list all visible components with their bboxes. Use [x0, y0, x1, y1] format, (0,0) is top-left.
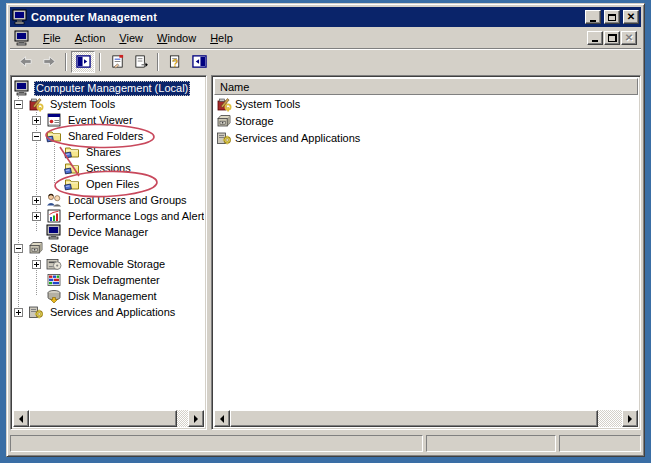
tree-item-label: Event Viewer: [66, 113, 135, 128]
menu-file[interactable]: File: [36, 29, 68, 47]
storage-icon: [28, 240, 44, 256]
minimize-button[interactable]: [585, 10, 601, 24]
tree-item-sessions[interactable]: Sessions: [13, 160, 204, 176]
event-viewer-icon: [46, 112, 62, 128]
close-icon: ✕: [625, 33, 633, 43]
scroll-left-button[interactable]: [13, 410, 29, 427]
collapse-minus-icon[interactable]: [14, 100, 23, 109]
tree-item-computer-management[interactable]: Computer Management (Local): [13, 80, 204, 96]
tree-item-disk-management[interactable]: Disk Management: [13, 288, 204, 304]
export-list-button[interactable]: [129, 51, 153, 73]
tree-item-system-tools[interactable]: System Tools: [13, 96, 204, 112]
tree-item-label: Performance Logs and Alerts: [66, 209, 204, 224]
forward-button[interactable]: [37, 51, 61, 73]
tree-item-local-users-and-groups[interactable]: Local Users and Groups: [13, 192, 204, 208]
expand-plus-icon[interactable]: [32, 196, 41, 205]
restore-icon: [608, 34, 617, 42]
tree-item-shared-folders[interactable]: Shared Folders: [13, 128, 204, 144]
tree-item-storage[interactable]: Storage: [13, 240, 204, 256]
title-bar[interactable]: Computer Management ✕: [10, 7, 641, 27]
tree-horizontal-scrollbar[interactable]: [13, 410, 204, 427]
tree-item-removable-storage[interactable]: Removable Storage: [13, 256, 204, 272]
main-area: Computer Management (Local) System Tools…: [10, 75, 641, 430]
menu-view[interactable]: View: [112, 29, 150, 47]
console-tree-body: Computer Management (Local) System Tools…: [13, 78, 204, 409]
child-restore-button[interactable]: [604, 31, 620, 45]
back-arrow-icon: [18, 54, 33, 69]
tree-item-label: Computer Management (Local): [34, 81, 190, 96]
details-body: Name System Tools Storage Services and A…: [214, 78, 638, 409]
folder-icon: [64, 144, 80, 160]
right-arrow-icon: [628, 415, 636, 423]
child-minimize-button[interactable]: [587, 31, 603, 45]
maximize-icon: [608, 14, 616, 21]
tree-item-label: Shared Folders: [66, 129, 145, 144]
expand-plus-icon[interactable]: [14, 308, 23, 317]
column-header-label: Name: [220, 81, 249, 93]
expand-plus-icon[interactable]: [32, 116, 41, 125]
list-item-services-and-applications[interactable]: Services and Applications: [214, 129, 638, 146]
minimize-icon: [592, 40, 598, 42]
column-header-name[interactable]: Name: [214, 78, 638, 95]
export-list-icon: [134, 54, 149, 69]
tree-item-label: Open Files: [84, 177, 141, 192]
tree-item-event-viewer[interactable]: Event Viewer: [13, 112, 204, 128]
disk-management-icon: [46, 288, 62, 304]
tree-item-device-manager[interactable]: Device Manager: [13, 224, 204, 240]
toolbar-separator: [99, 53, 101, 71]
scrollbar-thumb[interactable]: [29, 410, 177, 427]
device-manager-icon: [46, 224, 62, 240]
left-arrow-icon: [15, 415, 23, 423]
tree-item-label: Local Users and Groups: [66, 193, 189, 208]
desktop: { "colors": { "desktop": "#3a6ea5", "tit…: [0, 0, 651, 463]
show-console-tree-button[interactable]: [71, 51, 95, 73]
console-window-icon: [14, 30, 30, 46]
tree-item-label: System Tools: [48, 97, 117, 112]
back-button[interactable]: [13, 51, 37, 73]
list-item-system-tools[interactable]: System Tools: [214, 95, 638, 112]
collapse-minus-icon[interactable]: [32, 132, 41, 141]
child-close-button[interactable]: ✕: [621, 31, 637, 45]
computer-icon: [14, 80, 30, 96]
scrollbar-track[interactable]: [29, 410, 188, 427]
expand-plus-icon[interactable]: [32, 212, 41, 221]
collapse-minus-icon[interactable]: [14, 244, 23, 253]
details-horizontal-scrollbar[interactable]: [214, 410, 638, 427]
scroll-right-button[interactable]: [622, 410, 638, 427]
scrollbar-track[interactable]: [230, 410, 622, 427]
menu-window[interactable]: Window: [150, 29, 203, 47]
services-icon: [28, 304, 44, 320]
defragmenter-icon: [46, 272, 62, 288]
computer-icon: [12, 9, 28, 25]
tree-item-performance-logs[interactable]: Performance Logs and Alerts: [13, 208, 204, 224]
scrollbar-thumb[interactable]: [230, 410, 598, 427]
toolbar-separator: [157, 53, 159, 71]
right-arrow-icon: [194, 415, 202, 423]
tree-item-disk-defragmenter[interactable]: Disk Defragmenter: [13, 272, 204, 288]
help-button[interactable]: ?: [163, 51, 187, 73]
help-icon: ?: [168, 54, 183, 69]
menu-help[interactable]: Help: [203, 29, 240, 47]
tree-item-label: Removable Storage: [66, 257, 167, 272]
forward-arrow-icon: [42, 54, 57, 69]
close-button[interactable]: ✕: [623, 10, 639, 24]
system-tools-icon: [28, 96, 44, 112]
scroll-left-button[interactable]: [214, 410, 230, 427]
maximize-button[interactable]: [604, 10, 620, 24]
tree-item-open-files[interactable]: Open Files: [13, 176, 204, 192]
scroll-right-button[interactable]: [188, 410, 204, 427]
performance-icon: [46, 208, 62, 224]
show-action-pane-button[interactable]: [187, 51, 211, 73]
tree-item-services-and-applications[interactable]: Services and Applications: [13, 304, 204, 320]
list-item-storage[interactable]: Storage: [214, 112, 638, 129]
console-tree: Computer Management (Local) System Tools…: [13, 78, 204, 409]
tree-item-shares[interactable]: Shares: [13, 144, 204, 160]
show-console-tree-icon: [76, 54, 91, 69]
window-title: Computer Management: [31, 11, 582, 23]
expand-plus-icon[interactable]: [32, 260, 41, 269]
properties-button[interactable]: [105, 51, 129, 73]
show-action-pane-icon: [192, 54, 207, 69]
folder-icon: [64, 160, 80, 176]
tree-item-label: Services and Applications: [48, 305, 177, 320]
menu-action[interactable]: Action: [68, 29, 113, 47]
